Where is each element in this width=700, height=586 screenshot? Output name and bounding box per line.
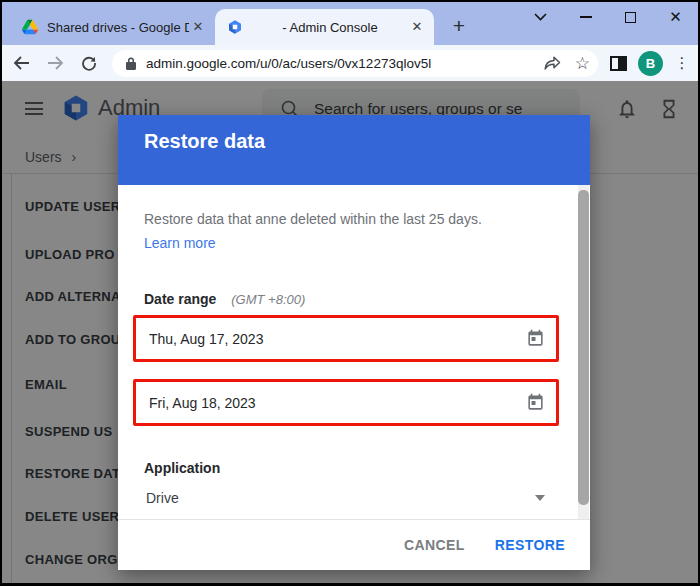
url-text[interactable]: admin.google.com/u/0/ac/users/0vx12273ql… <box>146 56 544 71</box>
tab-google-drive[interactable]: Shared drives - Google Drive ✕ <box>10 9 215 45</box>
application-label: Application <box>144 460 220 476</box>
dialog-title: Restore data <box>144 130 265 153</box>
restore-data-dialog: Restore data Restore data that anne dele… <box>118 115 590 570</box>
calendar-icon[interactable] <box>526 393 545 412</box>
tab-title: Shared drives - Google Drive <box>47 20 189 35</box>
bookmark-star-icon[interactable]: ☆ <box>575 55 590 72</box>
application-select[interactable]: Drive <box>133 483 559 513</box>
browser-toolbar: admin.google.com/u/0/ac/users/0vx12273ql… <box>2 45 698 81</box>
maximize-button[interactable] <box>608 2 653 32</box>
google-drive-icon <box>22 19 38 35</box>
reload-button[interactable] <box>74 48 104 78</box>
tab-title: - Admin Console <box>252 20 408 35</box>
timezone-label: (GMT +8:00) <box>231 292 305 307</box>
browser-chrome: Shared drives - Google Drive ✕ - Admin C… <box>2 2 698 583</box>
admin-console-page: Admin Search for users, groups or se Use… <box>2 81 698 583</box>
learn-more-link[interactable]: Learn more <box>144 235 216 251</box>
end-date-value: Fri, Aug 18, 2023 <box>149 395 526 411</box>
date-range-label: Date range <box>144 291 216 307</box>
share-icon[interactable] <box>544 56 561 71</box>
side-panel-icon[interactable] <box>610 56 627 71</box>
browser-window: Shared drives - Google Drive ✕ - Admin C… <box>0 0 700 586</box>
tab-close-icon[interactable]: ✕ <box>189 18 207 36</box>
application-value: Drive <box>146 490 535 506</box>
end-date-field[interactable]: Fri, Aug 18, 2023 <box>133 379 559 426</box>
restore-button[interactable]: RESTORE <box>495 537 565 553</box>
tab-search-chevron-icon[interactable] <box>518 2 563 32</box>
cancel-button[interactable]: CANCEL <box>404 537 465 553</box>
minimize-button[interactable] <box>563 2 608 32</box>
date-range-row: Date range (GMT +8:00) <box>144 291 305 307</box>
dialog-scrollbar-thumb[interactable] <box>578 190 589 505</box>
dialog-description: Restore data that anne deleted within th… <box>144 211 544 227</box>
admin-console-icon <box>227 19 243 35</box>
chevron-down-icon <box>535 495 545 501</box>
dialog-footer: CANCEL RESTORE <box>118 519 590 570</box>
dialog-header: Restore data <box>118 115 590 185</box>
window-controls: ✕ <box>518 2 698 32</box>
calendar-icon[interactable] <box>526 329 545 348</box>
start-date-value: Thu, Aug 17, 2023 <box>149 331 526 347</box>
new-tab-button[interactable]: + <box>446 13 472 39</box>
back-button[interactable] <box>6 48 36 78</box>
profile-avatar[interactable]: B <box>638 51 663 76</box>
tab-strip: Shared drives - Google Drive ✕ - Admin C… <box>2 2 698 45</box>
start-date-field[interactable]: Thu, Aug 17, 2023 <box>133 315 559 362</box>
forward-button[interactable] <box>40 48 70 78</box>
address-bar[interactable]: admin.google.com/u/0/ac/users/0vx12273ql… <box>112 50 598 77</box>
close-window-button[interactable]: ✕ <box>653 2 698 32</box>
tab-close-icon[interactable]: ✕ <box>408 18 426 36</box>
lock-icon <box>125 56 137 70</box>
tab-admin-console[interactable]: - Admin Console ✕ <box>215 9 434 45</box>
browser-menu-icon[interactable]: ⋮ <box>672 54 692 72</box>
